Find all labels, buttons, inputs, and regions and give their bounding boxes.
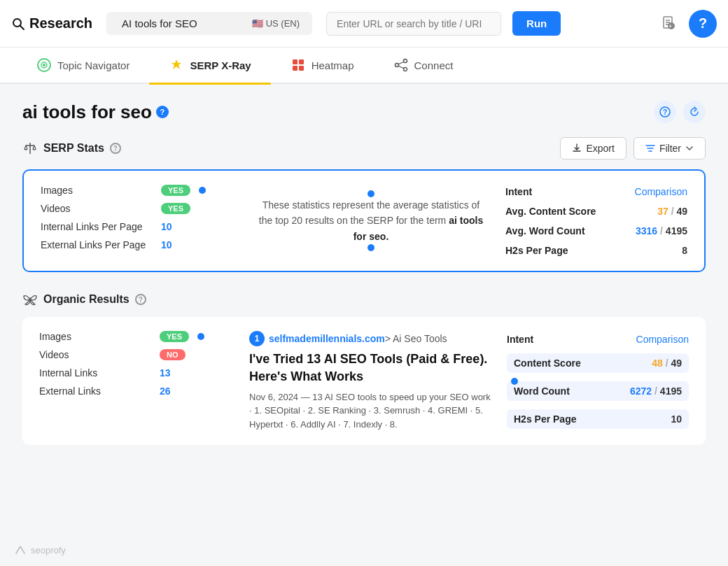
filter-button[interactable]: Filter (634, 137, 706, 160)
org-stat-intent: Intent Comparison (507, 334, 689, 345)
organic-results-help[interactable]: ? (135, 294, 146, 305)
tabs-bar: Topic Navigator SERP X-Ray Heatmap Conne… (0, 48, 728, 84)
organic-middle: 1 selfmademillennials.com > Ai Seo Tools… (235, 331, 507, 431)
serp-stats-left: Images YES Videos YES Internal Links Per… (41, 185, 237, 257)
export-icon (572, 143, 582, 153)
org-dot-images (197, 333, 204, 340)
keyword-input[interactable] (113, 12, 239, 35)
svg-rect-13 (293, 66, 298, 71)
organic-left: Images YES Videos NO Internal Links 13 E… (39, 331, 235, 431)
header: Research 🇺🇸 US (EN) Run + ? (0, 0, 728, 48)
stat-external-links: External Links Per Page 10 (41, 239, 237, 250)
stat-avg-word-count: Avg. Word Count 3316 / 4195 (505, 225, 687, 236)
tab-label-topic-navigator: Topic Navigator (57, 59, 130, 71)
tab-label-connect: Connect (414, 59, 454, 71)
title-actions: ? (654, 101, 706, 123)
svg-point-15 (395, 64, 398, 67)
tab-label-serp-xray: SERP X-Ray (190, 59, 251, 71)
stat-avg-content-score: Avg. Content Score 37 / 49 (505, 206, 687, 217)
serp-stats-description: These statistics represent the average s… (251, 197, 491, 244)
result-url-row: 1 selfmademillennials.com > Ai Seo Tools (249, 331, 493, 346)
svg-rect-14 (299, 66, 304, 71)
stat-intent: Intent Comparison (505, 186, 687, 197)
locale-badge: 🇺🇸 US (EN) (246, 15, 305, 31)
result-snippet: Nov 6, 2024 — 13 AI SEO tools to speed u… (249, 390, 493, 432)
footer-logo-text: seoprofy (31, 545, 66, 556)
org-stat-content-score: Content Score 48 / 49 (507, 353, 689, 373)
org-stat-word-count: Word Count 6272 / 4195 (507, 381, 689, 401)
main-content: ai tools for seo ? ? (0, 84, 728, 462)
serp-stats-title: SERP Stats ? (22, 141, 121, 156)
svg-line-1 (20, 25, 24, 29)
organic-results-title: Organic Results ? (22, 292, 146, 307)
org-stat-external-links: External Links 26 (39, 385, 235, 397)
search-group: 🇺🇸 US (EN) (106, 12, 312, 35)
serp-stats-header: SERP Stats ? Export Filter (22, 137, 706, 160)
org-images-yes-badge: YES (160, 331, 189, 342)
serp-stats-actions: Export Filter (560, 137, 706, 160)
svg-rect-12 (299, 59, 304, 64)
tab-serp-xray[interactable]: SERP X-Ray (149, 47, 270, 83)
heatmap-icon (290, 57, 306, 73)
svg-line-19 (398, 66, 404, 69)
org-stat-videos: Videos NO (39, 349, 235, 360)
stat-images: Images YES (41, 185, 237, 196)
serp-xray-icon (169, 57, 184, 73)
scales-icon (22, 141, 38, 156)
serp-stats-middle: These statistics represent the average s… (237, 185, 505, 257)
question-icon: ? (659, 106, 671, 118)
tab-heatmap[interactable]: Heatmap (271, 47, 374, 83)
svg-text:+: + (668, 23, 671, 28)
svg-point-10 (43, 64, 46, 66)
org-stat-internal-links: Internal Links 13 (39, 367, 235, 378)
svg-text:?: ? (663, 108, 667, 116)
footer: seoprofy (14, 544, 66, 556)
serp-stats-right: Intent Comparison Avg. Content Score 37 … (505, 185, 687, 257)
butterfly-icon (22, 292, 38, 307)
org-stat-h2s: H2s Per Page 10 (507, 409, 689, 429)
result-path: > Ai Seo Tools (385, 333, 447, 344)
title-help-button[interactable]: ? (654, 101, 676, 123)
organic-results-section: Organic Results ? Images YES Videos NO I… (22, 292, 706, 445)
stat-h2s: H2s Per Page 8 (505, 245, 687, 256)
organic-right: Intent Comparison Content Score 48 / 49 … (507, 331, 689, 431)
tab-topic-navigator[interactable]: Topic Navigator (17, 47, 149, 83)
result-site-link[interactable]: selfmademillennials.com (269, 333, 385, 344)
help-button[interactable]: ? (689, 10, 717, 38)
topic-navigator-icon (36, 57, 52, 73)
svg-rect-11 (293, 59, 298, 64)
result-title: I've Tried 13 AI SEO Tools (Paid & Free)… (249, 351, 493, 385)
document-icon: + (661, 15, 678, 32)
app-logo: Research (11, 15, 92, 31)
videos-yes-badge: YES (161, 203, 190, 214)
result-number: 1 (249, 331, 265, 346)
filter-icon (645, 143, 655, 153)
serp-stats-help[interactable]: ? (110, 143, 121, 154)
stat-videos: Videos YES (41, 203, 237, 214)
organic-result-card: Images YES Videos NO Internal Links 13 E… (22, 317, 706, 445)
url-input[interactable] (326, 12, 501, 36)
svg-line-18 (398, 62, 404, 64)
chevron-down-icon (685, 144, 694, 153)
refresh-button[interactable] (683, 101, 706, 123)
search-icon (11, 17, 25, 31)
refresh-icon (689, 106, 700, 118)
serp-stats-card: Images YES Videos YES Internal Links Per… (22, 169, 706, 272)
dot-images (199, 187, 206, 194)
seoprofy-logo-icon (14, 544, 27, 556)
run-button[interactable]: Run (512, 11, 561, 36)
title-help-badge[interactable]: ? (156, 106, 169, 118)
org-stat-images: Images YES (39, 331, 235, 342)
page-title-row: ai tools for seo ? ? (22, 101, 706, 123)
tab-label-heatmap: Heatmap (312, 59, 354, 71)
page-title: ai tools for seo ? (22, 101, 169, 123)
stat-internal-links: Internal Links Per Page 10 (41, 221, 237, 232)
document-icon-button[interactable]: + (658, 13, 680, 35)
images-yes-badge: YES (161, 185, 190, 196)
svg-point-17 (403, 68, 407, 71)
export-button[interactable]: Export (560, 137, 626, 160)
tab-connect[interactable]: Connect (374, 47, 473, 83)
svg-point-16 (403, 59, 407, 63)
organic-results-header: Organic Results ? (22, 292, 706, 307)
app-title: Research (29, 15, 92, 31)
